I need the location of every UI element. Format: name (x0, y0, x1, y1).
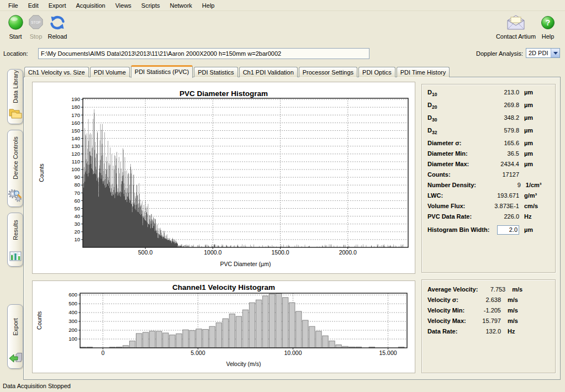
svg-text:Counts: Counts (36, 311, 43, 330)
pvc-diameter-histogram-panel: 1020304050607080901001101201301401501601… (32, 82, 415, 274)
stat-value: 226.0 (472, 213, 519, 220)
stat-label: Velocity σ: (427, 296, 470, 303)
menu-item-acquisition[interactable]: Acquisition (71, 1, 110, 10)
stat-label: Diameter Max: (427, 161, 472, 167)
svg-text:600: 600 (68, 292, 77, 298)
stat-label: LWC: (427, 192, 472, 199)
contact-artium-label: Contact Artium (495, 33, 537, 40)
start-icon (4, 14, 27, 31)
stat-unit: µm (519, 127, 550, 134)
help-button[interactable]: ? Help (537, 14, 559, 40)
svg-text:2000.0: 2000.0 (339, 249, 357, 256)
tab-ch1-velocity-vs-size[interactable]: Ch1 Velocity vs. Size (24, 67, 89, 77)
toolbar: Start STOP Stop Reload (0, 11, 565, 46)
chevron-down-icon (553, 52, 558, 55)
svg-text:180: 180 (71, 104, 80, 110)
sidebar-item-device-controls[interactable]: Device Controls (7, 130, 23, 207)
start-button[interactable]: Start (4, 14, 27, 40)
menu-item-edit[interactable]: Edit (23, 1, 44, 10)
svg-text:400: 400 (68, 309, 77, 315)
stat-label: Diameter Min: (427, 150, 472, 157)
stat-label: Counts: (427, 171, 472, 178)
contact-artium-button[interactable]: Contact Artium (495, 14, 537, 40)
stat-unit: µm (519, 161, 550, 167)
status-bar: Data Acquisition Stopped (0, 381, 565, 392)
results-chart-icon (9, 250, 22, 263)
svg-text:160: 160 (71, 120, 80, 126)
location-field[interactable]: F:\My Documents\AIMS Data\2013\2013\11\2… (38, 48, 369, 59)
svg-text:?: ? (546, 18, 551, 27)
stat-label: Number Density: (427, 182, 476, 188)
tab-pdi-statistics[interactable]: PDI Statistics (194, 67, 237, 77)
histogram-bin-width-input[interactable] (497, 225, 519, 235)
menu-bar: FileEditExportAcquisitionViewsScriptsNet… (0, 0, 565, 11)
stat-unit: Hz (501, 328, 550, 335)
reload-button[interactable]: Reload (46, 14, 68, 40)
svg-text:50: 50 (74, 205, 80, 211)
stat-value: 193.671 (472, 192, 519, 199)
stat-unit: m/s (505, 286, 550, 293)
sidebar-item-label: Data Library (12, 70, 19, 105)
stat-label: Velocity Max: (427, 317, 470, 324)
svg-text:1500.0: 1500.0 (271, 249, 289, 256)
svg-text:110: 110 (72, 158, 80, 165)
tab-pdi-time-history[interactable]: PDI Time History (397, 67, 450, 77)
stat-value: 579.8 (472, 127, 519, 134)
tab-pdi-statistics-pvc[interactable]: PDI Statistics (PVC) (131, 65, 193, 78)
tab-strip: Ch1 Velocity vs. SizePDI VolumePDI Stati… (24, 64, 451, 77)
tab-pdi-optics[interactable]: PDI Optics (358, 67, 395, 77)
stat-value: 2434.4 (472, 161, 519, 167)
stat-value: 17127 (472, 171, 519, 178)
status-text: Data Acquisition Stopped (3, 383, 71, 389)
help-icon: ? (537, 14, 559, 31)
stat-label: D30 (427, 114, 472, 123)
stat-value: 213.0 (472, 89, 519, 96)
stat-unit: g/m³ (519, 192, 550, 199)
menu-item-export[interactable]: Export (44, 1, 71, 10)
doppler-analysis-combobox[interactable]: 2D PDI (526, 48, 560, 58)
stat-label: Velocity Min: (427, 307, 470, 314)
tab-ch1-pdi-validation[interactable]: Ch1 PDI Validation (239, 67, 298, 77)
svg-text:70: 70 (74, 190, 80, 196)
stop-button[interactable]: STOP Stop (27, 14, 45, 40)
stat-unit: Hz (519, 213, 550, 220)
sidebar-item-results[interactable]: Results (7, 213, 23, 267)
aims-application-window: { "menu": {"items": ["File","Edit","Expo… (0, 0, 565, 392)
menu-item-help[interactable]: Help (197, 1, 220, 10)
svg-text:15.000: 15.000 (379, 349, 397, 356)
svg-text:1000.0: 1000.0 (204, 249, 221, 256)
svg-text:130: 130 (71, 143, 80, 149)
stat-value: 15.797 (470, 317, 501, 324)
svg-text:10: 10 (74, 236, 80, 242)
menu-item-network[interactable]: Network (165, 1, 197, 10)
svg-text:190: 190 (71, 96, 80, 102)
stat-row-number-density: Number Density:91/cm³ (422, 182, 555, 192)
sidebar-item-data-library[interactable]: Data Library (7, 69, 23, 124)
menu-item-scripts[interactable]: Scripts (136, 1, 165, 10)
sidebar-item-export[interactable]: Export (7, 304, 23, 369)
reload-icon (46, 14, 68, 31)
stat-label: Average Velocity: (427, 286, 478, 293)
menu-item-file[interactable]: File (3, 1, 23, 10)
stat-row-pvc-data-rate: PVC Data Rate:226.0Hz (422, 213, 555, 224)
stat-value: 132.0 (470, 328, 501, 335)
tab-pdi-volume[interactable]: PDI Volume (90, 67, 130, 77)
location-row: Location: F:\My Documents\AIMS Data\2013… (0, 46, 565, 62)
svg-text:10.000: 10.000 (284, 349, 302, 356)
svg-text:30: 30 (74, 221, 80, 227)
stat-value: 36.5 (472, 150, 519, 157)
stat-unit: 1/cm³ (521, 182, 550, 188)
svg-text:500.0: 500.0 (138, 249, 152, 256)
svg-text:80: 80 (74, 182, 80, 188)
gears-icon (8, 189, 22, 204)
combobox-dropdown-button[interactable] (551, 49, 559, 57)
menu-item-views[interactable]: Views (110, 1, 136, 10)
sidebar-item-label: Export (12, 305, 19, 351)
tab-processor-settings[interactable]: Processor Settings (299, 67, 357, 77)
stat-row-d30: D30348.2µm (422, 114, 555, 127)
stat-value: 2.638 (470, 296, 501, 303)
stop-icon: STOP (27, 14, 45, 31)
location-label: Location: (3, 50, 28, 57)
stat-value: -1.205 (470, 307, 501, 314)
stat-unit: µm (519, 89, 550, 96)
